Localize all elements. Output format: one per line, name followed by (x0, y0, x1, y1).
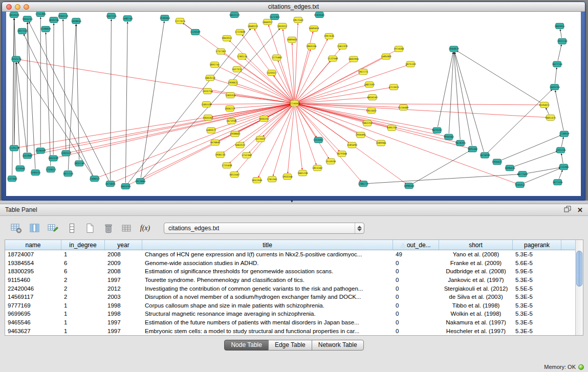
delete-button[interactable] (101, 222, 115, 235)
table-settings-button[interactable] (9, 222, 23, 235)
graph-edge[interactable] (141, 21, 164, 178)
graph-edge[interactable] (455, 52, 484, 151)
graph-node[interactable]: 1904495 (356, 132, 366, 138)
graph-edge[interactable] (298, 105, 358, 134)
graph-node[interactable]: 1590515 (30, 170, 40, 176)
graph-node[interactable]: 1122548 (328, 56, 338, 61)
graph-edge[interactable] (269, 25, 293, 100)
function-builder-button[interactable]: f(x) (138, 222, 152, 235)
graph-edge[interactable] (367, 174, 519, 184)
graph-node[interactable]: 1075834 (105, 181, 115, 187)
graph-edge[interactable] (298, 103, 400, 107)
graph-node[interactable]: 1851602 (366, 107, 376, 113)
graph-edge[interactable] (295, 24, 298, 100)
show-columns-button[interactable] (28, 222, 41, 235)
graph-edge[interactable] (211, 92, 291, 103)
graph-edge[interactable] (273, 107, 294, 176)
graph-node[interactable]: 1674938 (480, 152, 490, 158)
graph-edge[interactable] (513, 151, 557, 167)
graph-node[interactable]: 1830262 (203, 115, 213, 120)
graph-node[interactable]: 1755613 (46, 167, 56, 172)
table-row[interactable]: 1456911722003Disruption of a novel membe… (5, 293, 583, 301)
graph-node[interactable]: 1904563 (444, 134, 454, 140)
graph-node[interactable]: 1671936 (226, 118, 236, 124)
graph-node[interactable]: 1089965 (376, 140, 386, 146)
graph-node[interactable]: 1107403 (7, 176, 17, 182)
graph-node[interactable]: 1944879 (449, 46, 459, 52)
close-panel-icon[interactable]: ✕ (577, 206, 583, 214)
graph-node[interactable]: 1863104 (306, 43, 316, 49)
graph-node[interactable]: 1495756 (386, 125, 397, 130)
graph-edge[interactable] (12, 18, 14, 175)
graph-node[interactable]: 1538829 (40, 26, 51, 32)
graph-edge[interactable] (298, 103, 547, 117)
zoom-window-button[interactable] (24, 4, 29, 10)
graph-node[interactable]: 1124549 (190, 29, 200, 35)
graph-edge[interactable] (296, 106, 329, 159)
graph-edge[interactable] (555, 68, 556, 83)
graph-edge[interactable] (487, 90, 552, 153)
graph-node[interactable]: 1627744 (552, 61, 562, 67)
window-titlebar[interactable]: citations_edges.txt (2, 2, 585, 12)
graph-node[interactable]: 1711306 (35, 12, 46, 16)
graph-edge[interactable] (125, 22, 127, 183)
graph-node[interactable]: 1650736 (49, 17, 59, 23)
graph-node[interactable]: 1129176 (9, 145, 19, 151)
graph-node[interactable]: 1277474 (175, 18, 185, 24)
graph-node[interactable]: 1812543 (293, 17, 303, 23)
graph-node[interactable]: 1848223 (248, 23, 258, 29)
graph-edge[interactable] (457, 51, 541, 103)
graph-node[interactable]: 1515457 (313, 137, 323, 143)
row-options-button[interactable] (64, 222, 78, 235)
column-header-in_degree[interactable]: in_degree (61, 240, 105, 250)
column-header-title[interactable]: title (142, 240, 393, 250)
graph-node[interactable]: 1877504 (517, 171, 528, 177)
graph-node[interactable]: 1663118 (205, 75, 215, 81)
edit-table-button[interactable] (46, 222, 60, 235)
graph-node[interactable]: 1676645 (210, 140, 220, 145)
graph-node[interactable]: 1677105 (552, 180, 562, 185)
graph-node[interactable]: 1669405 (287, 37, 297, 42)
graph-edge[interactable] (295, 32, 313, 100)
graph-node[interactable]: 2026059 (35, 148, 46, 154)
graph-node[interactable]: 1561378 (337, 43, 347, 49)
graph-node[interactable]: 1664917 (263, 19, 273, 25)
graph-node[interactable]: 1761341 (267, 177, 277, 182)
graph-edge[interactable] (111, 19, 112, 180)
graph-node[interactable]: 1463322 (235, 142, 245, 148)
graph-node[interactable]: 1883951 (554, 23, 564, 29)
graph-node[interactable]: 1903317 (277, 23, 287, 29)
column-header-year[interactable]: year (105, 240, 142, 250)
graph-node[interactable]: 1906133 (215, 152, 225, 158)
graph-node[interactable]: 1974583 (394, 46, 404, 52)
graph-node[interactable]: 1903344 (282, 174, 292, 180)
graph-edge[interactable] (213, 79, 291, 102)
vertical-scrollbar[interactable] (575, 240, 583, 335)
graph-node[interactable]: 1671116 (63, 171, 73, 177)
graph-node[interactable]: 1408654 (71, 18, 81, 24)
table-row[interactable]: 946554611997Estimation of the future num… (5, 318, 583, 327)
graph-node[interactable]: 1830202 (259, 116, 269, 121)
graph-edge[interactable] (14, 18, 20, 165)
minimize-window-button[interactable] (15, 4, 20, 10)
graph-edge[interactable] (288, 107, 294, 173)
graph-node[interactable]: 1682904 (349, 56, 359, 62)
graph-node[interactable]: 1662252 (362, 120, 373, 126)
graph-edge[interactable] (16, 62, 27, 152)
graph-node[interactable]: 1752340 (242, 152, 252, 158)
graph-node[interactable]: 1696426 (505, 165, 515, 171)
graph-node[interactable]: 1604240 (367, 95, 377, 100)
graph-node[interactable]: 1891462 (467, 146, 477, 152)
graph-node[interactable]: 1583315 (225, 93, 235, 98)
graph-edge[interactable] (70, 104, 291, 152)
graph-node[interactable]: 8183041 (314, 12, 324, 17)
network-view[interactable]: 1724043184301217572631892741166311819207… (6, 12, 581, 196)
graph-node[interactable]: 1585493 (347, 142, 357, 148)
graph-node[interactable]: 1728919 (559, 131, 569, 137)
graph-edge[interactable] (561, 137, 563, 146)
graph-node[interactable]: 5602219 (229, 12, 239, 17)
divider-handle-icon[interactable]: ▾ (291, 199, 293, 204)
graph-node[interactable]: 1427512 (232, 67, 242, 72)
graph-node[interactable]: 1687593 (364, 82, 375, 87)
graph-node[interactable]: 1154469 (398, 104, 408, 110)
